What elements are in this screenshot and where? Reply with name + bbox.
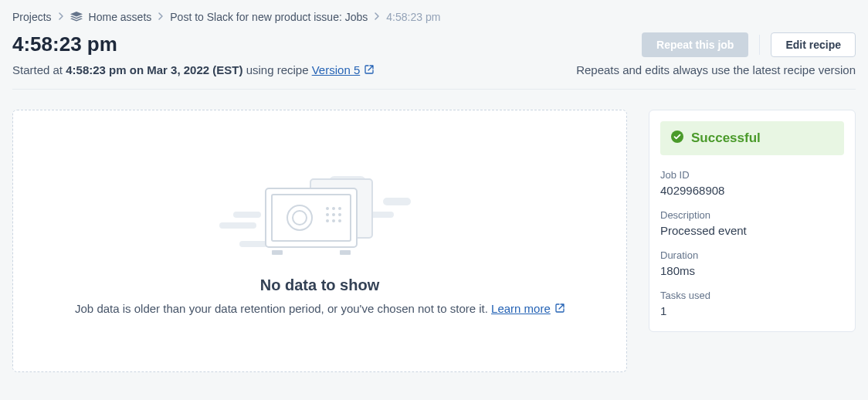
svg-point-14	[326, 213, 329, 216]
svg-point-11	[326, 207, 329, 210]
tasks-used-value: 1	[660, 304, 844, 317]
external-link-icon	[364, 63, 374, 76]
svg-rect-21	[340, 250, 351, 255]
svg-rect-5	[239, 241, 267, 247]
breadcrumb-projects[interactable]: Projects	[12, 11, 52, 23]
tasks-used-label: Tasks used	[660, 290, 844, 301]
latest-version-note: Repeats and edits always use the latest …	[576, 63, 856, 76]
svg-rect-4	[219, 222, 256, 229]
status-text: Successful	[691, 131, 761, 146]
svg-point-19	[338, 219, 341, 222]
svg-rect-1	[383, 198, 411, 205]
external-link-icon	[555, 302, 565, 315]
svg-point-17	[326, 219, 329, 222]
repeat-job-button[interactable]: Repeat this job	[642, 32, 748, 57]
job-id-label: Job ID	[660, 169, 844, 181]
svg-point-12	[332, 207, 335, 210]
description-value: Processed event	[660, 224, 844, 237]
svg-point-15	[332, 213, 335, 216]
started-prefix: Started at	[12, 63, 66, 76]
chevron-right-icon	[58, 11, 64, 23]
success-check-icon	[671, 131, 683, 146]
safe-illustration-icon	[212, 167, 428, 263]
svg-rect-3	[233, 212, 261, 218]
started-at-line: Started at 4:58:23 pm on Mar 3, 2022 (ES…	[12, 63, 374, 76]
empty-title: No data to show	[260, 276, 379, 294]
empty-description: Job data is older than your data retenti…	[75, 302, 491, 315]
breadcrumb-folder[interactable]: Home assets	[89, 11, 152, 23]
status-banner: Successful	[660, 121, 844, 155]
svg-point-16	[338, 213, 341, 216]
duration-value: 180ms	[660, 264, 844, 277]
chevron-right-icon	[374, 11, 380, 23]
chevron-right-icon	[158, 11, 164, 23]
svg-point-18	[332, 219, 335, 222]
edit-recipe-button[interactable]: Edit recipe	[771, 32, 856, 57]
started-time: 4:58:23 pm on Mar 3, 2022 (EST)	[66, 63, 242, 76]
using-recipe-text: using recipe	[242, 63, 311, 76]
empty-state-card: No data to show Job data is older than y…	[12, 110, 627, 372]
page-title: 4:58:23 pm	[12, 32, 117, 56]
divider	[12, 89, 856, 90]
duration-label: Duration	[660, 249, 844, 261]
breadcrumb: Projects Home assets Post to Slack for n…	[12, 11, 856, 23]
layers-icon	[70, 12, 83, 22]
job-summary-card: Successful Job ID 4029968908 Description…	[649, 110, 856, 332]
separator	[759, 35, 760, 55]
recipe-version-link[interactable]: Version 5	[312, 63, 361, 76]
breadcrumb-recipe[interactable]: Post to Slack for new product issue: Job…	[170, 11, 368, 23]
svg-point-13	[338, 207, 341, 210]
svg-rect-20	[272, 250, 283, 255]
learn-more-link[interactable]: Learn more	[491, 302, 551, 315]
description-label: Description	[660, 209, 844, 221]
breadcrumb-current: 4:58:23 pm	[386, 11, 440, 23]
job-id-value: 4029968908	[660, 184, 844, 197]
